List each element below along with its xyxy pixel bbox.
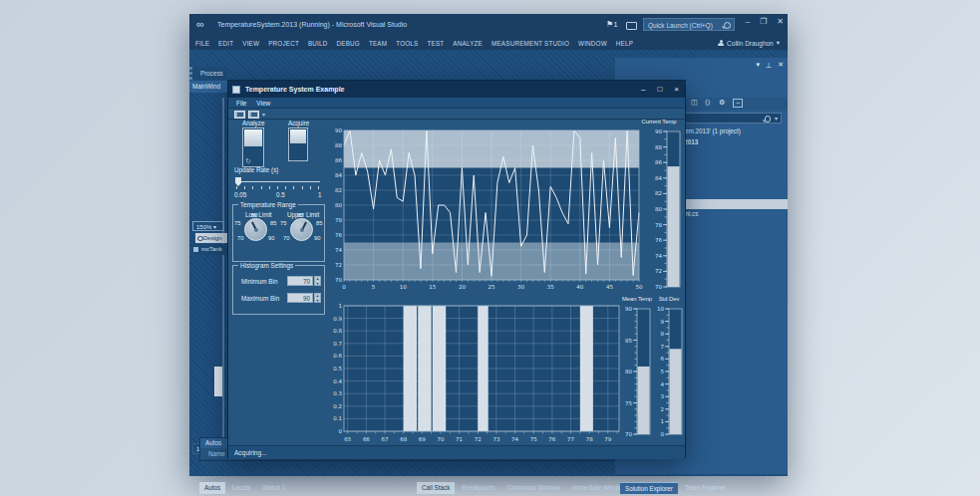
- svg-text:3: 3: [661, 393, 665, 399]
- chart-tool-button[interactable]: [234, 111, 245, 119]
- menu-analyze[interactable]: ANALYZE: [453, 40, 483, 47]
- svg-text:74: 74: [335, 247, 342, 253]
- knob-tick: 70: [237, 235, 243, 241]
- minimum-bin-spinner[interactable]: ▲▼: [314, 276, 321, 286]
- svg-text:8: 8: [661, 331, 665, 337]
- search-icon: [724, 22, 731, 29]
- vs-titlebar[interactable]: ∞ TemperatureSystem.2013 (Running) - Mic…: [189, 14, 788, 36]
- document-tab-mainwindow[interactable]: MainWind: [189, 81, 227, 93]
- menu-measurement-studio[interactable]: MEASUREMENT STUDIO: [491, 40, 569, 47]
- panel-dropdown-icon[interactable]: ▾: [757, 61, 761, 69]
- svg-text:0.8: 0.8: [333, 328, 342, 334]
- svg-text:0: 0: [661, 431, 665, 437]
- svg-text:75: 75: [530, 436, 537, 442]
- minimize-button[interactable]: –: [746, 17, 750, 26]
- solution-node[interactable]: ystem.2013' (1 project): [677, 127, 741, 134]
- maximize-button[interactable]: □: [657, 81, 662, 98]
- svg-text:0.6: 0.6: [333, 353, 342, 359]
- svg-text:90: 90: [625, 306, 632, 312]
- designer-scrollbar-thumb[interactable]: [214, 367, 222, 396]
- svg-text:0.9: 0.9: [333, 316, 342, 322]
- menu-team[interactable]: TEAM: [369, 40, 387, 47]
- svg-text:80: 80: [335, 202, 342, 208]
- design-view-tab[interactable]: Design: [195, 233, 227, 243]
- slider-thumb[interactable]: [235, 177, 241, 186]
- collapse-all-icon[interactable]: −: [733, 99, 743, 108]
- low-limit-knob[interactable]: Low Limit 70 75 80 85 90: [235, 209, 277, 249]
- app-icon: [232, 86, 240, 94]
- menu-debug[interactable]: DEBUG: [337, 40, 360, 47]
- menu-help[interactable]: HELP: [616, 40, 633, 47]
- svg-text:82: 82: [655, 190, 662, 196]
- tab-autos[interactable]: Autos: [199, 482, 225, 494]
- svg-text:78: 78: [586, 436, 593, 442]
- menu-window[interactable]: WINDOW: [578, 40, 607, 47]
- panel-tool-button[interactable]: [248, 111, 259, 119]
- minimize-button[interactable]: –: [641, 81, 645, 98]
- designer-zoom-dropdown[interactable]: 150% ▾: [192, 221, 224, 231]
- app-titlebar[interactable]: Temperature System Example – □ ×: [228, 81, 685, 98]
- svg-text:90: 90: [655, 128, 662, 134]
- notification-flag-icon[interactable]: ⚑1: [606, 20, 618, 29]
- analyze-toggle[interactable]: ↻: [242, 127, 264, 167]
- restore-button[interactable]: ❐: [760, 17, 767, 26]
- chevron-down-icon: ▾: [775, 114, 778, 124]
- properties-icon[interactable]: ⚙: [719, 99, 725, 107]
- svg-text:0.1: 0.1: [333, 415, 342, 421]
- svg-text:5: 5: [661, 369, 665, 374]
- tab-breakpoints[interactable]: Breakpoints: [457, 482, 499, 494]
- close-button[interactable]: ×: [674, 81, 679, 98]
- svg-text:20: 20: [459, 284, 466, 290]
- refresh-icon: ↻: [245, 157, 251, 165]
- tab-call-stack[interactable]: Call Stack: [417, 482, 455, 494]
- editor-toolbar-fragment[interactable]: Process: [189, 67, 227, 80]
- menu-test[interactable]: TEST: [427, 40, 444, 47]
- upper-limit-knob[interactable]: Upper Limit 70 75 80 85 90: [281, 209, 323, 249]
- temperature-histogram-chart: 00.10.20.30.40.50.60.70.80.9165666768697…: [328, 298, 627, 447]
- app-menu-file[interactable]: File: [236, 100, 246, 107]
- minimum-bin-input[interactable]: 70: [287, 276, 313, 286]
- maximum-bin-input[interactable]: 90: [287, 293, 313, 303]
- menu-project[interactable]: PROJECT: [268, 40, 299, 47]
- svg-text:10: 10: [657, 306, 664, 312]
- tab-locals[interactable]: Locals: [227, 482, 255, 494]
- svg-text:77: 77: [567, 436, 574, 442]
- svg-text:88: 88: [655, 144, 662, 150]
- feedback-monitor-icon[interactable]: [626, 22, 637, 30]
- designer-scrollbar[interactable]: [222, 98, 224, 456]
- menu-tools[interactable]: TOOLS: [396, 40, 418, 47]
- current-temp-gauge: 7072747678808284868890: [635, 126, 683, 294]
- menu-build[interactable]: BUILD: [308, 40, 328, 47]
- signed-in-user[interactable]: Collin Draughon▾: [718, 39, 780, 47]
- show-all-files-icon[interactable]: ◫: [691, 99, 698, 107]
- svg-text:0: 0: [339, 428, 343, 434]
- view-code-icon[interactable]: ⟨⟩: [705, 99, 710, 107]
- tab-watch-1[interactable]: Watch 1: [257, 482, 290, 494]
- svg-text:76: 76: [655, 237, 662, 243]
- toolbar-overflow-icon[interactable]: ▾: [262, 111, 265, 118]
- svg-text:86: 86: [335, 157, 342, 163]
- close-button[interactable]: ✕: [777, 17, 784, 26]
- maximum-bin-spinner[interactable]: ▲▼: [314, 293, 321, 303]
- svg-text:15: 15: [429, 284, 436, 290]
- svg-text:78: 78: [655, 222, 662, 228]
- quick-launch-input[interactable]: Quick Launch (Ctrl+Q): [643, 18, 735, 31]
- tab-team-explorer[interactable]: Team Explorer: [680, 482, 731, 494]
- tab-solution-explorer[interactable]: Solution Explorer: [620, 482, 678, 494]
- menu-view[interactable]: VIEW: [242, 40, 259, 47]
- app-menu-view[interactable]: View: [256, 100, 270, 107]
- temperature-system-window: Temperature System Example – □ × File Vi…: [227, 80, 686, 458]
- menu-edit[interactable]: EDIT: [218, 40, 233, 47]
- tab-command-window[interactable]: Command Window: [502, 482, 565, 494]
- panel-close-icon[interactable]: ✕: [778, 61, 784, 69]
- xaml-view-tab[interactable]: mcTank: [191, 244, 227, 255]
- desktop: ∞ TemperatureSystem.2013 (Running) - Mic…: [0, 0, 980, 496]
- acquire-toggle[interactable]: [288, 127, 308, 161]
- svg-text:66: 66: [363, 436, 370, 442]
- pin-icon[interactable]: ⊤: [766, 61, 772, 69]
- column-name[interactable]: Name: [208, 448, 225, 459]
- menu-file[interactable]: FILE: [195, 40, 209, 47]
- svg-text:72: 72: [475, 436, 482, 442]
- update-rate-slider[interactable]: 0.05 0.5 1: [234, 175, 322, 199]
- svg-text:74: 74: [511, 436, 518, 442]
